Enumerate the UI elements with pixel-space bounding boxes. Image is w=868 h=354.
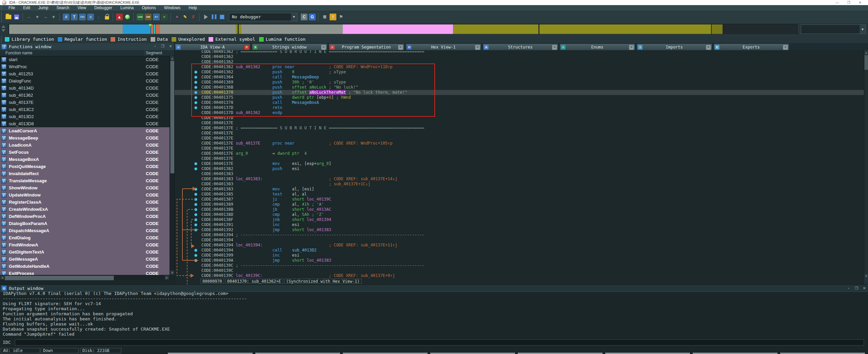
disasm-line[interactable]: CODE:00401391 inc esi — [175, 222, 864, 227]
hex-window-icon[interactable]: # — [63, 14, 70, 20]
navband-segment[interactable] — [241, 24, 343, 34]
scrollbar-thumb[interactable] — [864, 55, 868, 70]
scroll-up-icon[interactable]: ▲ — [170, 56, 174, 60]
scroll-right-icon[interactable]: ► — [165, 276, 169, 280]
function-row-DialogFunc[interactable]: fDialogFuncCODE — [0, 77, 170, 85]
tab-ida-view-a[interactable]: ≡IDA View-A✕ — [175, 43, 251, 51]
scrollbar-thumb[interactable] — [5, 276, 114, 280]
tab-close-icon[interactable]: ✕ — [552, 45, 557, 50]
make-string-icon[interactable]: s' — [161, 14, 168, 20]
disasm-line[interactable]: CODE:00401383 loc_401383: ; CODE XREF: s… — [175, 176, 864, 182]
scroll-left-icon[interactable]: ◄ — [0, 276, 4, 280]
disasm-line[interactable]: CODE:0040138F jnb short loc_401394 — [175, 217, 864, 222]
tab-close-icon[interactable]: ✕ — [783, 45, 788, 50]
menu-item-jump[interactable]: Jump — [34, 5, 52, 11]
menu-item-file[interactable]: File — [4, 5, 19, 11]
tab-close-icon[interactable]: ✕ — [398, 45, 403, 50]
function-row-UpdateWindow[interactable]: fUpdateWindowCODE — [0, 191, 170, 199]
tab-structures[interactable]: AStructures✕ — [482, 43, 558, 51]
undefine-icon[interactable]: ✗ — [190, 14, 197, 20]
function-row-sub_40137E[interactable]: fsub_40137ECODE — [0, 99, 170, 106]
navband-segment[interactable] — [239, 24, 241, 34]
disasm-line[interactable]: CODE:00401382 push esi — [175, 166, 864, 171]
menu-item-windows[interactable]: Windows — [160, 5, 185, 11]
names-window-icon[interactable]: ≡ — [87, 14, 94, 20]
navband-scroll-arrows[interactable] — [1, 25, 5, 32]
navband-zoom-dropdown[interactable]: ▼ — [801, 24, 866, 34]
column-segment[interactable]: Segment — [146, 51, 162, 55]
tab-hex-view-1[interactable]: OHex View-1✕ — [406, 43, 481, 51]
column-function-name[interactable]: Function name — [5, 51, 32, 55]
tab-exports[interactable]: EExports✕ — [713, 43, 789, 51]
function-row-DefWindowProcA[interactable]: fDefWindowProcACODE — [0, 213, 170, 220]
disasm-line[interactable]: CODE:00401362 — [175, 54, 864, 59]
disasm-line[interactable]: CODE:0040137E — [175, 156, 864, 161]
function-row-sub_4013D8[interactable]: fsub_4013D8CODE — [0, 120, 170, 127]
restore-button[interactable]: ❐ — [843, 0, 854, 5]
disasm-line[interactable]: CODE:00401389 cmp al, 41h ; 'A' — [175, 202, 864, 207]
functions-window-titlebar[interactable]: f Functions window ▫ ❐ ✕ — [0, 43, 175, 50]
disasm-line[interactable]: CODE:0040137E — [175, 131, 864, 136]
function-row-PostQuitMessage[interactable]: fPostQuitMessageCODE — [0, 163, 170, 170]
navband-segment[interactable] — [712, 24, 723, 34]
column-divider[interactable] — [145, 50, 145, 56]
navband-segment[interactable] — [123, 24, 151, 34]
lumina-orb-icon[interactable] — [124, 14, 131, 20]
tab-close-icon[interactable]: ✕ — [244, 45, 249, 50]
go-icon[interactable]: G — [309, 14, 316, 20]
disasm-line[interactable]: CODE:00401362 ; =============== S U B R … — [175, 50, 864, 54]
navband-segment[interactable] — [343, 24, 453, 34]
function-row-CreateWindowExA[interactable]: fCreateWindowExACODE — [0, 206, 170, 213]
edit-icon[interactable]: ✎ — [182, 14, 189, 20]
scroll-down-icon[interactable]: ▼ — [864, 274, 868, 278]
add-xref-icon[interactable]: + — [174, 14, 180, 20]
function-row-WndProc[interactable]: fWndProcCODE — [0, 63, 170, 70]
binary-window-icon[interactable]: 101 — [79, 14, 86, 20]
make-code-icon[interactable]: cod — [137, 14, 143, 20]
lock-icon[interactable] — [103, 14, 110, 20]
menu-item-help[interactable]: Help — [184, 5, 201, 11]
analysis-warning-icon[interactable]: ▲ — [116, 14, 123, 20]
disasm-line[interactable]: CODE:0040137E ; =============== S U B R … — [175, 126, 864, 131]
disasm-line[interactable]: CODE:0040138D cmp al, 5Ah ; 'Z' — [175, 212, 864, 217]
tab-strings-window[interactable]: SStrings window✕ — [252, 43, 328, 51]
navband-segment[interactable] — [156, 24, 160, 34]
function-row-FindWindowA[interactable]: fFindWindowACODE — [0, 241, 170, 248]
disasm-line[interactable]: CODE:00401394 call sub_4013D2 — [175, 248, 864, 253]
function-row-ShowWindow[interactable]: fShowWindowCODE — [0, 184, 170, 191]
function-row-SetFocus[interactable]: fSetFocusCODE — [0, 149, 170, 156]
function-row-LoadIconA[interactable]: fLoadIconACODE — [0, 142, 170, 149]
disasm-line[interactable]: CODE:00401383 — [175, 171, 864, 176]
scrollbar-thumb[interactable] — [170, 61, 175, 173]
disassembly-view[interactable]: CODE:00401362 ; =============== S U B R … — [175, 50, 864, 284]
menu-item-edit[interactable]: Edit — [19, 5, 34, 11]
disasm-line[interactable]: CODE:00401383 ; sub_40137E+1C↓j — [175, 182, 864, 187]
forward-icon[interactable]: → — [42, 14, 49, 20]
panel-restore-icon[interactable]: ▫ — [153, 44, 157, 49]
scroll-down-icon[interactable]: ▼ — [170, 271, 174, 275]
disasm-line[interactable]: CODE:00401394 — [175, 238, 864, 243]
function-row-LoadCursorA[interactable]: fLoadCursorACODE — [0, 127, 170, 134]
debugger-selector[interactable]: No debugger▼ — [229, 13, 297, 21]
functions-vertical-scrollbar[interactable]: ▲ ▼ — [170, 56, 175, 275]
navband-up-icon[interactable] — [1, 25, 5, 28]
navband-segment[interactable] — [453, 24, 538, 34]
chevron-down-icon[interactable]: ▼ — [860, 25, 866, 34]
scroll-up-icon[interactable]: ▲ — [864, 51, 868, 55]
breakpoint-pin-icon[interactable]: ! — [330, 14, 336, 20]
back-icon[interactable]: ← — [26, 14, 33, 20]
back-dropdown-icon[interactable]: ▾ — [34, 14, 41, 20]
functions-horizontal-scrollbar[interactable]: ◄ ► — [0, 275, 170, 280]
function-row-RegisterClassA[interactable]: fRegisterClassACODE — [0, 199, 170, 206]
function-row-TranslateMessage[interactable]: fTranslateMessageCODE — [0, 177, 170, 184]
stop-process-icon[interactable] — [219, 14, 225, 20]
menu-item-debugger[interactable]: Debugger — [90, 5, 116, 11]
function-row-GetMessageA[interactable]: fGetMessageACODE — [0, 256, 170, 263]
close-button[interactable]: ✕ — [854, 0, 866, 5]
function-row-GetModuleHandleA[interactable]: fGetModuleHandleACODE — [0, 263, 170, 270]
make-data-icon[interactable]: dat — [145, 14, 152, 20]
save-icon[interactable] — [13, 14, 20, 20]
disasm-line[interactable]: CODE:0040139A jmp short loc_401383 — [175, 258, 864, 263]
panel-float-icon[interactable]: ❐ — [160, 44, 165, 49]
panel-restore-icon[interactable]: ▫ — [846, 286, 851, 291]
